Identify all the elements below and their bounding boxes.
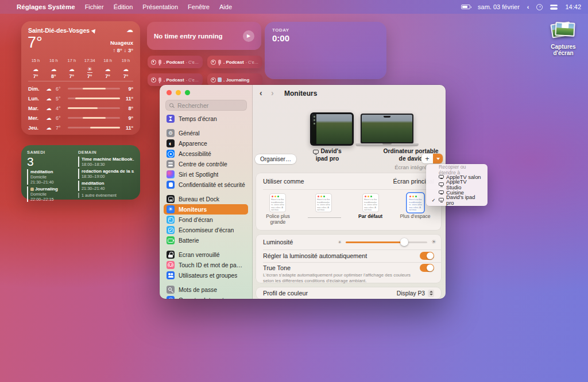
sidebar-item-apparence[interactable]: ◐Apparence: [164, 138, 248, 149]
color-profile-stepper[interactable]: [428, 290, 434, 297]
sidebar-item-economiseur[interactable]: Économiseur d'écran: [164, 225, 248, 235]
menu-item-presentation[interactable]: Présentation: [142, 3, 178, 10]
calendar-widget[interactable]: SAMEDI 3 méditation Domicile 21:30–21:40…: [21, 145, 140, 200]
resolution-option-more-space[interactable]: Here's to the troublemakers. ones who se…: [408, 194, 423, 212]
temp-range-bar: [68, 117, 120, 119]
window-controls: [167, 90, 190, 95]
add-display-menu-button[interactable]: [433, 154, 443, 163]
resolution-option-larger-text[interactable]: Here's to the troublemakers. ones who se…: [270, 194, 285, 212]
weather-high-low: ↑ 8° ↓ 3°: [113, 47, 133, 53]
control-center-icon[interactable]: [550, 5, 558, 10]
record-icon: [211, 60, 216, 65]
screensaver-icon: [167, 226, 175, 234]
macbook-display-thumbnail[interactable]: [361, 114, 413, 143]
display-icon: [439, 190, 444, 194]
ipad-display-thumbnail[interactable]: [310, 112, 354, 146]
back-button[interactable]: ‹: [260, 88, 262, 98]
menu-app-name[interactable]: Réglages Système: [17, 3, 75, 10]
auto-brightness-label: Régler la luminosité automatiquement: [263, 252, 367, 259]
hourglass-icon: [167, 115, 175, 123]
traffic-dots-icon: [409, 196, 411, 197]
option-label-more-space: Plus d'espace: [395, 213, 435, 219]
shortcut-podcast-3[interactable]: . Podcast- C'est pour…: [148, 73, 203, 86]
play-button[interactable]: ▶: [243, 30, 254, 42]
check-icon: ✓: [431, 197, 436, 203]
zoom-button[interactable]: [185, 90, 190, 95]
organize-button[interactable]: Organiser…: [255, 154, 296, 164]
time-tracker-widget[interactable]: No time entry running ▶: [147, 22, 261, 50]
privacy-hand-icon: [167, 181, 175, 189]
brightness-slider[interactable]: ☀ ☀: [338, 235, 436, 250]
chevron-down-icon: [430, 294, 433, 295]
sidebar-item-confidentialite[interactable]: Confidentialité et sécurité: [164, 180, 248, 190]
today-value: 0:00: [272, 33, 379, 43]
gear-icon: ⚙: [167, 129, 175, 137]
add-display-button[interactable]: +: [421, 154, 433, 163]
sidebar-item-bureau-et-dock[interactable]: Bureau et Dock: [164, 194, 248, 204]
sidebar-item-centre-de-controle[interactable]: Centre de contrôle: [164, 159, 248, 169]
day-row: Lun.☁5°11°: [28, 93, 133, 103]
truetone-label: True Tone: [263, 264, 291, 271]
minimize-button[interactable]: [176, 90, 181, 95]
sidebar-list: Temps d'écran ⚙Général ◐Apparence Access…: [160, 114, 252, 299]
record-icon: [151, 60, 156, 65]
sunset-icon: ☀: [87, 66, 92, 72]
temp-range-bar: [68, 98, 120, 99]
sidebar-item-siri[interactable]: Siri et Spotlight: [164, 169, 248, 180]
clock-icon[interactable]: [536, 4, 543, 10]
settings-sidebar: Temps d'écran ⚙Général ◐Apparence Access…: [160, 85, 253, 299]
display-icon: [439, 198, 444, 201]
system-settings-window: Temps d'écran ⚙Général ◐Apparence Access…: [160, 85, 446, 299]
menu-item-fenetre[interactable]: Fenêtre: [188, 3, 210, 10]
menu-item-aide[interactable]: Aide: [219, 3, 232, 10]
menu-item-appletv-studio[interactable]: AppleTV Studio: [426, 181, 488, 189]
search-input[interactable]: [176, 102, 239, 110]
calendar-tomorrow-label: DEMAIN: [78, 150, 134, 155]
sidebar-item-general[interactable]: ⚙Général: [164, 128, 248, 138]
battery-icon[interactable]: [461, 5, 470, 9]
menu-item-fichier[interactable]: Fichier: [85, 3, 104, 10]
appearance-icon: ◐: [167, 139, 175, 147]
menu-item-edition[interactable]: Édition: [114, 3, 133, 10]
truetone-toggle[interactable]: [420, 264, 434, 272]
settings-main-pane: ‹ › Moniteurs David's ipad pro Ordinateu…: [253, 85, 446, 299]
shortcut-journaling[interactable]: . Journaling: [207, 73, 262, 86]
add-display-control: +: [421, 154, 443, 163]
forward-button[interactable]: ›: [271, 88, 274, 98]
sidebar-item-moniteurs[interactable]: ☀Moniteurs: [164, 204, 248, 215]
weather-widget[interactable]: Saint-Dié-des-Vosges ☁ 7° Nuageux ↑ 8° ↓…: [21, 21, 140, 135]
menu-header: Recopier ou étendre à: [426, 166, 488, 173]
slider-knob[interactable]: [400, 238, 408, 246]
auto-brightness-toggle[interactable]: [420, 252, 434, 260]
chevron-left-icon[interactable]: ‹: [527, 3, 529, 10]
slider-track[interactable]: [346, 241, 427, 243]
sidebar-item-utilisateurs[interactable]: Utilisateurs et groupes: [164, 270, 248, 280]
close-button[interactable]: [167, 90, 172, 95]
sidebar-item-ecran-verrouille[interactable]: Écran verrouillé: [164, 250, 248, 260]
search-icon: [169, 103, 173, 107]
sidebar-search[interactable]: [165, 100, 247, 111]
cloud-icon: ☁: [45, 105, 53, 111]
sidebar-item-touch-id[interactable]: Touch ID et mot de passe: [164, 260, 248, 270]
sidebar-item-comptes-internet[interactable]: @Comptes Internet: [164, 295, 248, 299]
sidebar-item-accessibilite[interactable]: Accessibilité: [164, 149, 248, 159]
screenshots-folder[interactable]: Captures d'écran: [544, 21, 582, 56]
traffic-dots-icon: [272, 196, 273, 197]
resolution-option-default[interactable]: Here's to the troublemakers. ones who se…: [363, 194, 378, 212]
calendar-event: redaction agenda de la s… 18:30–19:00: [78, 169, 134, 179]
today-total-widget[interactable]: TODAY 0:00: [265, 22, 386, 79]
shortcut-podcast-1[interactable]: . Podcast- C'est pour…: [148, 56, 203, 68]
sidebar-item-temps-decran[interactable]: Temps d'écran: [164, 114, 248, 124]
color-profile-value: Display P3: [397, 290, 425, 297]
temp-range-bar: [68, 107, 120, 109]
resolution-option-2[interactable]: Here's to the troublemakers. ones who se…: [316, 194, 331, 212]
sidebar-item-mots-de-passe[interactable]: Mots de passe: [164, 284, 248, 295]
display-icon: [439, 175, 444, 178]
sidebar-item-batterie[interactable]: Batterie: [164, 235, 248, 245]
key-icon: [167, 286, 175, 294]
day-row: Mar.☁4°8°: [28, 103, 133, 113]
sidebar-item-fond-decran[interactable]: Fond d'écran: [164, 215, 248, 225]
menubar-date[interactable]: sam. 03 février: [478, 3, 520, 10]
shortcut-podcast-2[interactable]: . Podcast- C'est pour…: [207, 56, 262, 68]
menu-item-davids-ipad-pro[interactable]: ✓David's ipad pro: [426, 197, 488, 205]
